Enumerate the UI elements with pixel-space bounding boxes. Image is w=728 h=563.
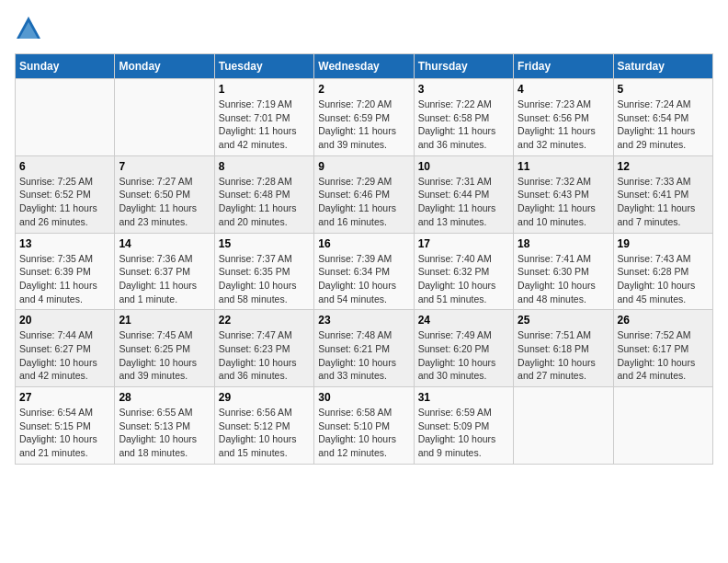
calendar-cell: 2Sunrise: 7:20 AM Sunset: 6:59 PM Daylig…: [314, 79, 414, 156]
day-number: 18: [518, 237, 609, 250]
calendar-cell: 1Sunrise: 7:19 AM Sunset: 7:01 PM Daylig…: [214, 79, 313, 156]
day-info: Sunrise: 7:45 AM Sunset: 6:25 PM Dayligh…: [119, 328, 210, 383]
day-info: Sunrise: 7:49 AM Sunset: 6:20 PM Dayligh…: [418, 328, 509, 383]
weekday-header-monday: Monday: [115, 54, 214, 79]
day-info: Sunrise: 7:47 AM Sunset: 6:23 PM Dayligh…: [219, 328, 310, 383]
page-header: [15, 15, 713, 42]
day-info: Sunrise: 6:56 AM Sunset: 5:12 PM Dayligh…: [219, 406, 310, 460]
calendar-cell: 3Sunrise: 7:22 AM Sunset: 6:58 PM Daylig…: [414, 79, 513, 156]
day-number: 3: [418, 83, 509, 96]
day-number: 23: [318, 314, 409, 327]
day-info: Sunrise: 7:41 AM Sunset: 6:30 PM Dayligh…: [518, 252, 609, 306]
calendar-table: SundayMondayTuesdayWednesdayThursdayFrid…: [15, 53, 713, 465]
day-info: Sunrise: 7:27 AM Sunset: 6:50 PM Dayligh…: [119, 175, 210, 229]
day-info: Sunrise: 6:55 AM Sunset: 5:13 PM Dayligh…: [119, 406, 210, 460]
day-info: Sunrise: 7:31 AM Sunset: 6:44 PM Dayligh…: [418, 175, 509, 229]
day-number: 6: [19, 160, 110, 173]
day-number: 10: [418, 160, 509, 173]
day-info: Sunrise: 6:59 AM Sunset: 5:09 PM Dayligh…: [418, 406, 509, 460]
calendar-cell: [115, 79, 214, 156]
day-info: Sunrise: 7:32 AM Sunset: 6:43 PM Dayligh…: [518, 175, 609, 229]
day-info: Sunrise: 7:44 AM Sunset: 6:27 PM Dayligh…: [19, 328, 110, 383]
calendar-cell: 22Sunrise: 7:47 AM Sunset: 6:23 PM Dayli…: [214, 310, 313, 387]
calendar-cell: 13Sunrise: 7:35 AM Sunset: 6:39 PM Dayli…: [16, 233, 115, 310]
calendar-cell: 24Sunrise: 7:49 AM Sunset: 6:20 PM Dayli…: [414, 310, 513, 387]
weekday-header-thursday: Thursday: [414, 54, 513, 79]
day-info: Sunrise: 7:28 AM Sunset: 6:48 PM Dayligh…: [219, 175, 310, 229]
day-info: Sunrise: 7:22 AM Sunset: 6:58 PM Dayligh…: [418, 98, 509, 152]
weekday-header-row: SundayMondayTuesdayWednesdayThursdayFrid…: [16, 54, 713, 79]
calendar-cell: 31Sunrise: 6:59 AM Sunset: 5:09 PM Dayli…: [414, 387, 513, 465]
calendar-cell: 5Sunrise: 7:24 AM Sunset: 6:54 PM Daylig…: [613, 79, 712, 156]
day-number: 19: [618, 237, 709, 250]
calendar-cell: 12Sunrise: 7:33 AM Sunset: 6:41 PM Dayli…: [613, 155, 712, 233]
day-number: 7: [119, 160, 210, 173]
logo: [15, 15, 46, 42]
day-number: 15: [219, 237, 310, 250]
calendar-cell: [16, 79, 115, 156]
calendar-cell: 23Sunrise: 7:48 AM Sunset: 6:21 PM Dayli…: [314, 310, 414, 387]
calendar-cell: 28Sunrise: 6:55 AM Sunset: 5:13 PM Dayli…: [115, 387, 214, 465]
calendar-cell: 27Sunrise: 6:54 AM Sunset: 5:15 PM Dayli…: [16, 387, 115, 465]
day-number: 30: [318, 391, 409, 404]
day-info: Sunrise: 7:52 AM Sunset: 6:17 PM Dayligh…: [618, 328, 709, 383]
day-number: 17: [418, 237, 509, 250]
day-number: 13: [19, 237, 110, 250]
day-number: 16: [318, 237, 409, 250]
calendar-cell: 4Sunrise: 7:23 AM Sunset: 6:56 PM Daylig…: [514, 79, 613, 156]
weekday-header-tuesday: Tuesday: [214, 54, 313, 79]
day-number: 12: [618, 160, 709, 173]
calendar-cell: 14Sunrise: 7:36 AM Sunset: 6:37 PM Dayli…: [115, 233, 214, 310]
day-number: 9: [318, 160, 409, 173]
calendar-cell: 17Sunrise: 7:40 AM Sunset: 6:32 PM Dayli…: [414, 233, 513, 310]
day-number: 20: [19, 314, 110, 327]
calendar-cell: 21Sunrise: 7:45 AM Sunset: 6:25 PM Dayli…: [115, 310, 214, 387]
calendar-cell: 25Sunrise: 7:51 AM Sunset: 6:18 PM Dayli…: [514, 310, 613, 387]
day-number: 5: [618, 83, 709, 96]
day-number: 21: [119, 314, 210, 327]
day-info: Sunrise: 6:54 AM Sunset: 5:15 PM Dayligh…: [19, 406, 110, 460]
calendar-cell: 15Sunrise: 7:37 AM Sunset: 6:35 PM Dayli…: [214, 233, 313, 310]
calendar-cell: 30Sunrise: 6:58 AM Sunset: 5:10 PM Dayli…: [314, 387, 414, 465]
day-info: Sunrise: 7:33 AM Sunset: 6:41 PM Dayligh…: [618, 175, 709, 229]
calendar-cell: 8Sunrise: 7:28 AM Sunset: 6:48 PM Daylig…: [214, 155, 313, 233]
day-number: 31: [418, 391, 509, 404]
calendar-week-row: 20Sunrise: 7:44 AM Sunset: 6:27 PM Dayli…: [16, 310, 713, 387]
day-number: 4: [518, 83, 609, 96]
day-info: Sunrise: 7:20 AM Sunset: 6:59 PM Dayligh…: [318, 98, 409, 152]
calendar-cell: 6Sunrise: 7:25 AM Sunset: 6:52 PM Daylig…: [16, 155, 115, 233]
weekday-header-wednesday: Wednesday: [314, 54, 414, 79]
day-number: 14: [119, 237, 210, 250]
calendar-header: SundayMondayTuesdayWednesdayThursdayFrid…: [16, 54, 713, 79]
day-number: 22: [219, 314, 310, 327]
day-info: Sunrise: 6:58 AM Sunset: 5:10 PM Dayligh…: [318, 406, 409, 460]
day-number: 24: [418, 314, 509, 327]
day-number: 8: [219, 160, 310, 173]
day-number: 29: [219, 391, 310, 404]
day-info: Sunrise: 7:39 AM Sunset: 6:34 PM Dayligh…: [318, 252, 409, 306]
day-info: Sunrise: 7:37 AM Sunset: 6:35 PM Dayligh…: [219, 252, 310, 306]
day-info: Sunrise: 7:23 AM Sunset: 6:56 PM Dayligh…: [518, 98, 609, 152]
calendar-cell: 7Sunrise: 7:27 AM Sunset: 6:50 PM Daylig…: [115, 155, 214, 233]
calendar-cell: 18Sunrise: 7:41 AM Sunset: 6:30 PM Dayli…: [514, 233, 613, 310]
day-number: 27: [19, 391, 110, 404]
calendar-cell: 29Sunrise: 6:56 AM Sunset: 5:12 PM Dayli…: [214, 387, 313, 465]
day-number: 26: [618, 314, 709, 327]
calendar-body: 1Sunrise: 7:19 AM Sunset: 7:01 PM Daylig…: [16, 79, 713, 465]
weekday-header-sunday: Sunday: [16, 54, 115, 79]
calendar-cell: 11Sunrise: 7:32 AM Sunset: 6:43 PM Dayli…: [514, 155, 613, 233]
calendar-week-row: 13Sunrise: 7:35 AM Sunset: 6:39 PM Dayli…: [16, 233, 713, 310]
day-info: Sunrise: 7:40 AM Sunset: 6:32 PM Dayligh…: [418, 252, 509, 306]
day-number: 28: [119, 391, 210, 404]
calendar-cell: 19Sunrise: 7:43 AM Sunset: 6:28 PM Dayli…: [613, 233, 712, 310]
day-info: Sunrise: 7:51 AM Sunset: 6:18 PM Dayligh…: [518, 328, 609, 383]
day-number: 25: [518, 314, 609, 327]
calendar-cell: [514, 387, 613, 465]
calendar-cell: [613, 387, 712, 465]
calendar-cell: 20Sunrise: 7:44 AM Sunset: 6:27 PM Dayli…: [16, 310, 115, 387]
day-info: Sunrise: 7:24 AM Sunset: 6:54 PM Dayligh…: [618, 98, 709, 152]
calendar-week-row: 6Sunrise: 7:25 AM Sunset: 6:52 PM Daylig…: [16, 155, 713, 233]
calendar-week-row: 1Sunrise: 7:19 AM Sunset: 7:01 PM Daylig…: [16, 79, 713, 156]
calendar-week-row: 27Sunrise: 6:54 AM Sunset: 5:15 PM Dayli…: [16, 387, 713, 465]
day-info: Sunrise: 7:48 AM Sunset: 6:21 PM Dayligh…: [318, 328, 409, 383]
